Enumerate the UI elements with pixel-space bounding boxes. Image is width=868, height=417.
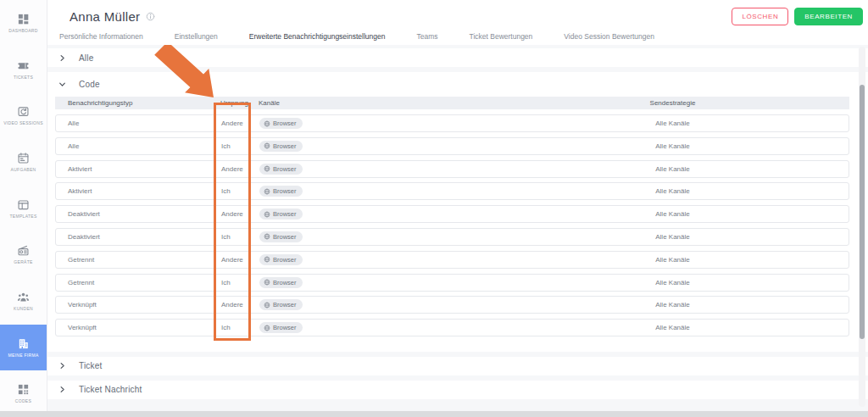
cell-benachrichtigungstyp: Verknüpft	[56, 301, 221, 309]
channel-label: Browser	[273, 165, 297, 173]
channel-label: Browser	[273, 142, 297, 150]
cell-sendestrategie: Alle Kanäle	[497, 187, 849, 195]
cell-sendestrategie: Alle Kanäle	[497, 142, 849, 150]
geraete-icon	[17, 244, 30, 257]
globe-icon	[264, 188, 270, 195]
cell-ursprung: Andere	[221, 256, 259, 264]
delete-button[interactable]: LÖSCHEN	[732, 8, 788, 25]
sidebar-item-label: MEINE FIRMA	[8, 353, 38, 359]
channel-label: Browser	[273, 324, 297, 331]
table-row: Alle Andere Browser Alle Kanäle	[55, 114, 849, 132]
globe-icon	[264, 302, 270, 309]
cell-benachrichtigungstyp: Alle	[56, 120, 221, 127]
sidebar-item[interactable]: TEMPLATES	[0, 186, 47, 232]
cell-benachrichtigungstyp: Getrennt	[56, 279, 221, 286]
codes-icon	[17, 383, 30, 396]
templates-icon	[17, 198, 30, 211]
cell-ursprung: Andere	[221, 301, 259, 309]
sidebar-item-label: VIDEO SESSIONS	[3, 120, 43, 126]
sidebar-item[interactable]: AUFGABEN	[0, 139, 47, 186]
channel-label: Browser	[273, 210, 297, 218]
channel-label: Browser	[273, 120, 297, 127]
cell-benachrichtigungstyp: Deaktiviert	[56, 210, 221, 218]
sidebar-item[interactable]: CODES	[0, 370, 47, 417]
sidebar-item[interactable]: DASHBOARD	[0, 0, 47, 47]
cell-sendestrategie: Alle Kanäle	[497, 165, 849, 173]
section-alle[interactable]: Alle	[47, 48, 868, 67]
cell-benachrichtigungstyp: Aktiviert	[56, 187, 221, 195]
sidebar-item-label: GERÄTE	[14, 259, 32, 265]
info-icon[interactable]	[146, 12, 155, 21]
channel-badge: Browser	[259, 186, 303, 197]
globe-icon	[264, 325, 270, 331]
globe-icon	[264, 256, 270, 263]
col-header-benachrichtigungstyp: Benachrichtigungstyp	[55, 99, 220, 107]
channel-badge: Browser	[259, 254, 303, 265]
sidebar-item-label: KUNDEN	[14, 306, 33, 312]
sidebar-item-label: TICKETS	[14, 75, 33, 81]
channel-badge: Browser	[259, 277, 303, 288]
table-body: Alle Andere Browser Alle Kanäle Alle Ich	[47, 114, 868, 336]
tickets-icon	[17, 59, 30, 72]
channel-badge: Browser	[259, 141, 303, 152]
sidebar-item-label: CODES	[15, 398, 31, 404]
section-ticket[interactable]: Ticket	[47, 357, 868, 375]
cell-ursprung: Ich	[221, 142, 259, 150]
cell-sendestrategie: Alle Kanäle	[497, 233, 849, 241]
sidebar-item[interactable]: GERÄTE	[0, 231, 47, 278]
dashboard-icon	[17, 13, 30, 25]
sidebar-item[interactable]: MEINE FIRMA	[0, 325, 47, 371]
channel-label: Browser	[273, 301, 297, 309]
table-row: Verknüpft Ich Browser Alle Kanäle	[55, 319, 849, 336]
chevron-right-icon	[58, 386, 66, 393]
section-code-header[interactable]: Code	[47, 77, 868, 91]
channel-label: Browser	[273, 233, 297, 241]
page-title: Anna Müller	[70, 9, 140, 24]
channel-label: Browser	[273, 279, 297, 286]
page-header: Anna Müller LÖSCHEN BEARBEITEN	[47, 0, 868, 27]
section-label: Ticket Nachricht	[79, 385, 142, 394]
section-label: Alle	[79, 53, 93, 63]
meine-firma-icon	[17, 337, 30, 350]
vertical-scrollbar-thumb[interactable]	[860, 85, 865, 339]
channel-badge: Browser	[259, 299, 303, 310]
globe-icon	[264, 165, 270, 172]
cell-sendestrategie: Alle Kanäle	[497, 210, 849, 218]
section-label: Code	[79, 80, 100, 89]
main-panel: Anna Müller LÖSCHEN BEARBEITEN Persönlic…	[47, 0, 868, 417]
channel-badge: Browser	[259, 118, 303, 129]
cell-sendestrategie: Alle Kanäle	[497, 301, 849, 309]
cell-ursprung: Ich	[221, 187, 259, 195]
video-sessions-icon	[17, 105, 30, 118]
sidebar-item-label: DASHBOARD	[8, 28, 37, 34]
section-ticket-nachricht[interactable]: Ticket Nachricht	[47, 381, 868, 399]
table-row: Getrennt Andere Browser Alle Kanäle	[55, 251, 849, 269]
col-header-kanaele: Kanäle	[259, 99, 496, 107]
table-row: Getrennt Ich Browser Alle Kanäle	[55, 274, 849, 292]
sidebar-item-label: AUFGABEN	[11, 167, 36, 173]
chevron-down-icon	[58, 81, 66, 88]
sidebar-item[interactable]: TICKETS	[0, 47, 47, 93]
channel-badge: Browser	[259, 164, 303, 175]
chevron-right-icon	[58, 54, 66, 62]
cell-benachrichtigungstyp: Getrennt	[56, 256, 221, 264]
cell-ursprung: Andere	[221, 165, 259, 173]
bottom-scrollbar[interactable]	[0, 411, 868, 417]
edit-button[interactable]: BEARBEITEN	[794, 8, 863, 25]
channel-label: Browser	[273, 256, 297, 264]
channel-badge: Browser	[259, 208, 303, 220]
settings-content: Alle Code Benachrichtigungstyp Ursprung …	[47, 45, 868, 411]
kunden-icon	[17, 291, 30, 303]
table-row: Alle Ich Browser Alle Kanäle	[55, 137, 849, 155]
table-row: Aktiviert Andere Browser Alle Kanäle	[55, 160, 849, 178]
cell-sendestrategie: Alle Kanäle	[497, 120, 849, 127]
cell-sendestrategie: Alle Kanäle	[497, 324, 849, 331]
cell-ursprung: Ich	[221, 233, 259, 241]
section-code: Code Benachrichtigungstyp Ursprung Kanäl…	[47, 72, 868, 352]
sidebar-item[interactable]: KUNDEN	[0, 278, 47, 325]
cell-sendestrategie: Alle Kanäle	[497, 279, 849, 286]
col-header-sendestrategie: Sendestrategie	[496, 99, 849, 107]
sidebar-item[interactable]: VIDEO SESSIONS	[0, 92, 47, 139]
cell-ursprung: Ich	[221, 279, 259, 286]
col-header-ursprung: Ursprung	[220, 99, 259, 107]
